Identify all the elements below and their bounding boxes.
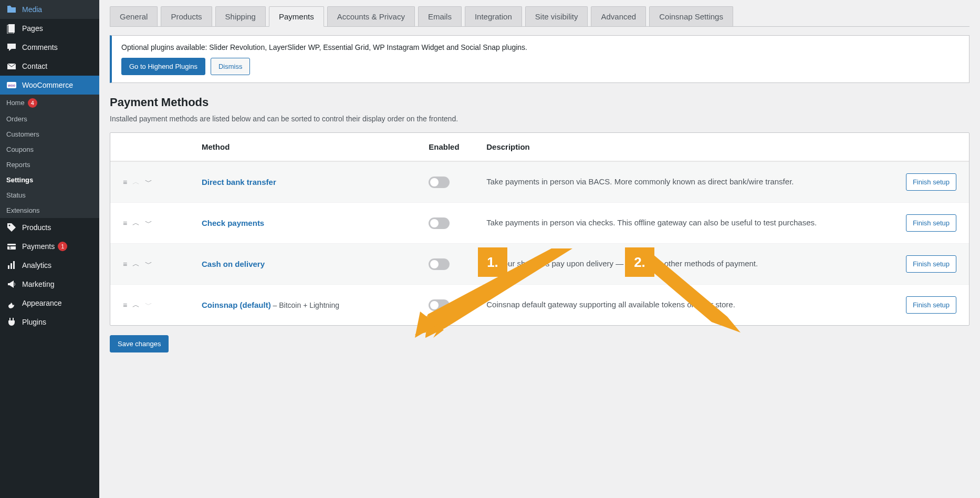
sidebar-item-plugins[interactable]: Plugins bbox=[0, 313, 99, 331]
move-down-icon[interactable]: ﹀ bbox=[145, 178, 152, 187]
move-down-icon[interactable]: ﹀ bbox=[145, 219, 152, 228]
method-suffix: – Bitcoin + Lightning bbox=[271, 301, 339, 309]
sidebar-item-products[interactable]: Products bbox=[0, 218, 99, 237]
drag-handle-icon[interactable]: ≡ bbox=[123, 219, 127, 227]
sidebar-subitem-customers[interactable]: Customers bbox=[0, 127, 99, 142]
enabled-toggle[interactable] bbox=[429, 217, 450, 229]
woocommerce-icon: woo bbox=[6, 80, 17, 90]
count-badge: 1 bbox=[58, 242, 67, 251]
drag-handle-icon[interactable]: ≡ bbox=[123, 178, 127, 186]
comment-icon bbox=[6, 42, 17, 53]
svg-point-6 bbox=[9, 225, 11, 226]
svg-text:woo: woo bbox=[7, 84, 15, 87]
method-name-link[interactable]: Direct bank transfer bbox=[202, 178, 276, 186]
subitem-label: Reports bbox=[6, 161, 30, 169]
method-description: Take payments in person via checks. This… bbox=[486, 217, 872, 229]
col-enabled: Enabled bbox=[429, 142, 486, 151]
method-description: Take payments in person via BACS. More c… bbox=[486, 176, 872, 188]
drag-handle-icon[interactable]: ≡ bbox=[123, 260, 127, 268]
sidebar-item-analytics[interactable]: Analytics bbox=[0, 256, 99, 275]
subitem-label: Settings bbox=[6, 176, 33, 184]
sidebar-subitem-status[interactable]: Status bbox=[0, 188, 99, 203]
sidebar-item-comments[interactable]: Comments bbox=[0, 38, 99, 57]
svg-rect-10 bbox=[8, 265, 9, 269]
sidebar-item-appearance[interactable]: Appearance bbox=[0, 294, 99, 313]
sidebar-item-payments[interactable]: $Payments1 bbox=[0, 237, 99, 256]
tab-advanced[interactable]: Advanced bbox=[591, 6, 646, 26]
col-method: Method bbox=[202, 142, 429, 151]
products-icon bbox=[6, 222, 17, 233]
tab-payments[interactable]: Payments bbox=[269, 6, 324, 27]
sidebar-label: Plugins bbox=[22, 318, 46, 326]
subitem-label: Coupons bbox=[6, 146, 34, 153]
finish-setup-button[interactable]: Finish setup bbox=[906, 214, 956, 232]
sidebar-item-contact[interactable]: Contact bbox=[0, 57, 99, 76]
payments-icon: $ bbox=[6, 241, 17, 252]
analytics-icon bbox=[6, 260, 17, 271]
enabled-toggle[interactable] bbox=[429, 177, 450, 188]
sidebar-label: Marketing bbox=[22, 280, 54, 288]
sidebar-label: Contact bbox=[22, 62, 47, 70]
sidebar-item-media[interactable]: Media bbox=[0, 0, 99, 19]
sidebar-subitem-reports[interactable]: Reports bbox=[0, 157, 99, 172]
method-name-link[interactable]: Coinsnap (default) bbox=[202, 300, 271, 309]
subitem-label: Home bbox=[6, 99, 25, 107]
main-content: GeneralProductsShippingPaymentsAccounts … bbox=[99, 0, 980, 498]
move-up-icon[interactable]: ︿ bbox=[132, 260, 140, 269]
notice-text: Optional plugins available: Slider Revol… bbox=[121, 43, 960, 51]
method-name-link[interactable]: Check payments bbox=[202, 219, 264, 227]
col-description: Description bbox=[486, 142, 872, 151]
move-down-icon[interactable]: ﹀ bbox=[145, 260, 152, 269]
method-name-link[interactable]: Cash on delivery bbox=[202, 260, 265, 268]
sidebar-label: Payments bbox=[22, 242, 55, 251]
finish-setup-button[interactable]: Finish setup bbox=[906, 255, 956, 273]
tab-emails[interactable]: Emails bbox=[418, 6, 462, 26]
sidebar-label: Products bbox=[22, 223, 51, 232]
tab-general[interactable]: General bbox=[110, 6, 158, 26]
sidebar-label: Analytics bbox=[22, 261, 51, 269]
save-changes-button[interactable]: Save changes bbox=[110, 335, 169, 352]
count-badge: 4 bbox=[28, 98, 37, 108]
sidebar-subitem-home[interactable]: Home4 bbox=[0, 95, 99, 111]
subitem-label: Orders bbox=[6, 115, 27, 123]
payment-methods-table: Method Enabled Description ≡︿﹀Direct ban… bbox=[110, 132, 969, 326]
sidebar-label: Comments bbox=[22, 43, 58, 51]
subitem-label: Status bbox=[6, 191, 26, 199]
tab-coinsnap-settings[interactable]: Coinsnap Settings bbox=[649, 6, 733, 26]
tab-integration[interactable]: Integration bbox=[465, 6, 522, 26]
drag-handle-icon[interactable]: ≡ bbox=[123, 301, 127, 309]
sidebar-subitem-orders[interactable]: Orders bbox=[0, 111, 99, 127]
move-up-icon[interactable]: ︿ bbox=[132, 178, 140, 187]
dismiss-button[interactable]: Dismiss bbox=[211, 58, 251, 75]
go-to-plugins-button[interactable]: Go to Highend Plugins bbox=[121, 58, 205, 75]
settings-tabs: GeneralProductsShippingPaymentsAccounts … bbox=[110, 6, 969, 27]
finish-setup-button[interactable]: Finish setup bbox=[906, 296, 956, 314]
mail-icon bbox=[6, 61, 17, 71]
finish-setup-button[interactable]: Finish setup bbox=[906, 173, 956, 191]
tab-site-visibility[interactable]: Site visibility bbox=[525, 6, 588, 26]
move-down-icon[interactable]: ﹀ bbox=[145, 300, 152, 310]
subitem-label: Extensions bbox=[6, 206, 40, 214]
sidebar-subitem-extensions[interactable]: Extensions bbox=[0, 203, 99, 218]
sidebar-label: Media bbox=[22, 5, 42, 14]
tab-shipping[interactable]: Shipping bbox=[215, 6, 266, 26]
section-description: Installed payment methods are listed bel… bbox=[110, 115, 969, 123]
admin-sidebar: MediaPagesCommentsContact woo WooCommerc… bbox=[0, 0, 99, 498]
tab-accounts-privacy[interactable]: Accounts & Privacy bbox=[327, 6, 415, 26]
tab-products[interactable]: Products bbox=[161, 6, 212, 26]
move-up-icon[interactable]: ︿ bbox=[132, 300, 140, 310]
section-title: Payment Methods bbox=[110, 96, 969, 109]
move-up-icon[interactable]: ︿ bbox=[132, 219, 140, 228]
sidebar-subitem-coupons[interactable]: Coupons bbox=[0, 142, 99, 157]
sidebar-subitem-settings[interactable]: Settings bbox=[0, 172, 99, 188]
payment-method-row: ≡︿﹀Check paymentsTake payments in person… bbox=[110, 202, 969, 243]
sidebar-label: Appearance bbox=[22, 299, 62, 307]
subitem-label: Customers bbox=[6, 130, 39, 138]
sidebar-item-woocommerce[interactable]: woo WooCommerce bbox=[0, 76, 99, 95]
sidebar-label: Pages bbox=[22, 24, 43, 33]
plugins-notice: Optional plugins available: Slider Revol… bbox=[110, 35, 969, 83]
sidebar-item-marketing[interactable]: Marketing bbox=[0, 275, 99, 294]
sidebar-item-pages[interactable]: Pages bbox=[0, 19, 99, 38]
svg-rect-11 bbox=[11, 263, 12, 269]
svg-rect-12 bbox=[13, 261, 15, 269]
